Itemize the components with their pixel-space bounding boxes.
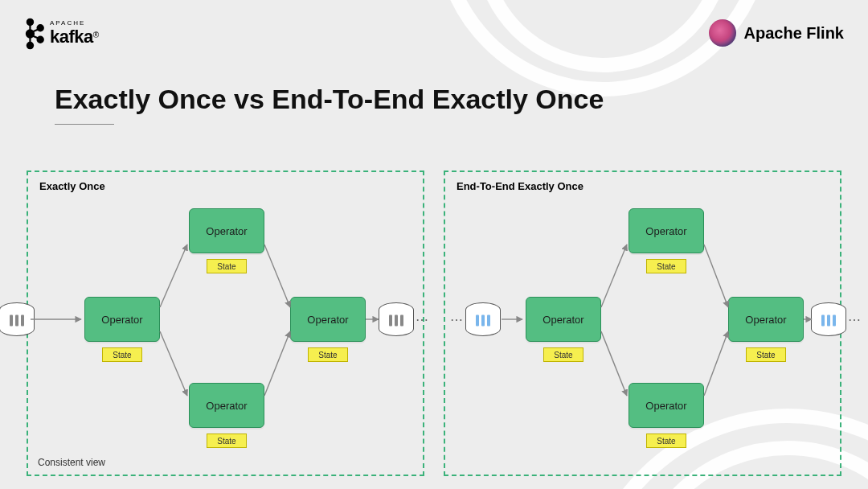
title-underline [55,124,114,125]
state-badge: State [646,259,686,273]
flink-squirrel-icon [709,19,736,47]
kafka-icon [23,18,45,50]
slide-title: Exactly Once vs End-To-End Exactly Once [55,84,604,115]
svg-line-13 [264,331,290,396]
ellipsis-icon: ⋯ [848,312,862,327]
svg-line-12 [264,244,290,307]
kafka-super-text: APACHE [50,20,99,27]
svg-line-11 [160,331,187,396]
ellipsis-icon: ⋯ [450,312,464,327]
svg-line-7 [33,30,38,32]
state-badge: State [207,259,247,273]
state-badge: State [102,347,142,362]
svg-line-19 [704,331,728,396]
operator-node: Operator [526,297,601,342]
svg-point-2 [27,43,33,48]
operator-node: Operator [628,383,704,428]
state-badge: State [646,434,686,448]
svg-point-0 [27,19,33,25]
operator-node: Operator [189,208,264,253]
kafka-word-text: kafka [50,27,93,47]
svg-point-1 [27,30,34,37]
kafka-logo: APACHE kafka® [23,18,99,50]
svg-line-8 [33,36,38,39]
operator-node: Operator [290,297,366,342]
source-queue: ⋯ [450,302,501,336]
operator-node: Operator [628,208,704,253]
state-badge: State [543,347,583,362]
flink-logo: Apache Flink [709,19,844,47]
state-badge: State [746,347,786,362]
panel-exactly-once: Exactly Once Consistent view ⋯ Operator … [27,171,424,476]
sink-queue: ⋯ [811,302,862,336]
flink-word-text: Apache Flink [744,24,844,43]
svg-line-18 [704,244,728,307]
state-badge: State [308,347,348,362]
ellipsis-icon: ⋯ [416,312,429,327]
bg-ring [434,0,772,97]
bg-ring [474,0,731,72]
svg-line-17 [601,331,627,396]
sink-queue: ⋯ [379,302,429,336]
operator-node: Operator [84,297,160,342]
source-queue: ⋯ [0,302,35,336]
panel-end-to-end-exactly-once: End-To-End Exactly Once ⋯ Operator State… [444,171,841,476]
state-badge: State [207,434,247,448]
svg-line-10 [160,244,187,307]
operator-node: Operator [189,383,264,428]
svg-line-16 [601,244,627,307]
operator-node: Operator [728,297,804,342]
